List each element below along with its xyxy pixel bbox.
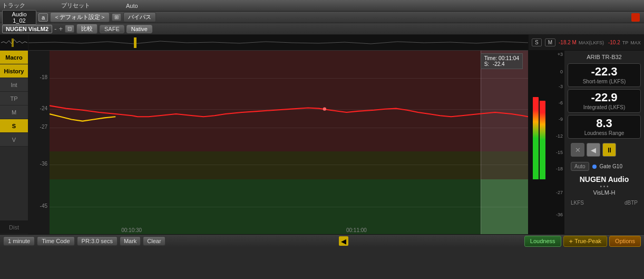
auto-label: Auto	[126, 3, 138, 9]
tp-suffix: MAX	[630, 40, 641, 45]
s-btn[interactable]: S	[0, 119, 28, 133]
clear-btn[interactable]: Clear	[143, 236, 165, 246]
y-label-24: -24	[40, 105, 47, 111]
vu-bar-left	[533, 97, 539, 179]
meter-main: +3 0 -3 -6 -9 -12 -15 -18 -27 -36 ARIB T…	[529, 51, 644, 234]
graph-area[interactable]: -18 -24 -27 -36 -45 Time: 00:11:04 S: -2…	[28, 35, 528, 234]
dist-btn[interactable]: Dist	[0, 220, 28, 234]
options-btn[interactable]: Options	[609, 236, 641, 247]
track-row-1: Audio 1_02 a ＜デフォルト設定＞ ⊞ バイパス	[0, 12, 644, 23]
red-indicator	[631, 13, 640, 22]
macro-btn[interactable]: Macro	[0, 51, 28, 64]
left-sidebar: Macro History Int TP M S V Dist	[0, 35, 28, 234]
arrow-btn[interactable]: ◀	[339, 236, 348, 246]
meter-footer-labels: LKFS dBTP	[568, 199, 641, 207]
short-term-box: -22.3 Short-term (LKFS)	[568, 63, 641, 87]
bottom-right-btns: Loudness + True-Peak Options	[524, 236, 641, 247]
loudness-btn[interactable]: Loudness	[524, 236, 561, 247]
waveform-top-strip	[28, 35, 528, 51]
mark-btn[interactable]: Mark	[120, 236, 141, 246]
svg-point-3	[323, 108, 326, 111]
history-btn[interactable]: History	[0, 64, 28, 78]
tooltip-val: -22.4	[493, 61, 505, 67]
integrated-label: Integrated (LKFS)	[570, 104, 638, 110]
x-axis: 00:10:30 00:11:00	[50, 226, 528, 234]
s-meter-btn[interactable]: S	[532, 39, 542, 46]
short-term-value: -22.3	[570, 66, 638, 78]
lkfs-label: LKFS	[571, 200, 584, 206]
graph-canvas[interactable]: -18 -24 -27 -36 -45 Time: 00:11:04 S: -2…	[28, 51, 528, 234]
copy-icon-btn[interactable]: ⊞	[112, 13, 121, 21]
right-panel: S M -18.2 M MAX(LKFS) -10.2 TP MAX	[528, 35, 644, 234]
int-btn[interactable]: Int	[0, 78, 28, 92]
minus-btn[interactable]: -	[54, 25, 56, 33]
tooltip-s-row: S: -22.4	[484, 61, 519, 67]
compare-btn[interactable]: 比較	[76, 24, 97, 34]
readout-panel: ARIB TR-B32 -22.3 Short-term (LKFS) -22.…	[564, 51, 644, 234]
copy-small-btn[interactable]: ⊡	[65, 25, 74, 33]
safe-btn[interactable]: SAFE	[100, 25, 124, 33]
scale-m9: -9	[559, 117, 563, 122]
right-scale: +3 0 -3 -6 -9 -12 -15 -18 -27 -36	[550, 51, 564, 234]
loudness-range-label: Loudness Range	[570, 130, 638, 136]
time-code-btn[interactable]: Time Code	[37, 236, 74, 246]
track-label: トラック	[2, 2, 25, 9]
scale-m27: -27	[556, 190, 563, 195]
x-label-1030: 00:10:30	[121, 227, 142, 233]
integrated-value: -22.9	[570, 92, 638, 103]
bottom-bar: 1 minute Time Code PR:3.0 secs Mark Clea…	[0, 234, 644, 247]
nugen-dots: • • •	[568, 184, 641, 189]
preset-label: プリセット	[61, 2, 90, 9]
scale-m36: -36	[556, 212, 563, 217]
preset-name: ARIB TR-B32	[568, 53, 641, 61]
stop-btn[interactable]: ✕	[571, 143, 584, 157]
nugen-plugin-label: NUGEN VisLM2	[2, 25, 52, 33]
pause-btn[interactable]: ⏸	[602, 143, 616, 157]
native-btn[interactable]: Native	[126, 25, 152, 33]
meter-values: -18.2 M MAX(LKFS) -10.2 TP MAX	[559, 40, 641, 45]
auto-gate-row: Auto Gate G10	[568, 161, 641, 172]
y-label-36: -36	[40, 161, 47, 167]
scale-m12: -12	[556, 133, 563, 139]
tp-btn[interactable]: TP	[0, 92, 28, 105]
nugen-subtitle: VisLM-H	[568, 189, 641, 196]
y-label-27: -27	[40, 124, 47, 130]
vu-bar-right	[540, 101, 545, 179]
pr-secs-btn[interactable]: PR:3.0 secs	[77, 236, 118, 246]
loudness-range-value: 8.3	[570, 118, 638, 129]
m-max-val: -18.2 M	[559, 40, 577, 45]
graph-svg	[50, 51, 528, 226]
true-peak-btn[interactable]: + True-Peak	[563, 236, 608, 247]
svg-rect-0	[12, 39, 14, 47]
one-minute-btn[interactable]: 1 minute	[3, 236, 35, 246]
m-meter-btn[interactable]: M	[545, 39, 555, 46]
auto-btn[interactable]: Auto	[571, 162, 589, 171]
integrated-box: -22.9 Integrated (LKFS)	[568, 89, 641, 113]
nugen-branding: NUGEN Audio • • • VisLM-H	[568, 174, 641, 197]
scale-m6: -6	[559, 100, 563, 105]
nugen-title: NUGEN Audio	[568, 175, 641, 184]
tp-plus-icon: +	[569, 237, 573, 245]
svg-rect-1	[28, 35, 528, 51]
back-btn[interactable]: ◀	[587, 143, 600, 157]
track-name-input[interactable]: Audio 1_02	[2, 10, 36, 25]
loudness-range-box: 8.3 Loudness Range	[568, 115, 641, 139]
scale-p3: +3	[558, 52, 563, 57]
tp-val: -10.2	[608, 40, 620, 45]
bypass-btn[interactable]: バイパス	[123, 12, 156, 22]
y-axis: -18 -24 -27 -36 -45	[28, 51, 50, 234]
scale-0: 0	[560, 69, 563, 74]
gate-label: Gate G10	[600, 163, 622, 169]
scale-m3: -3	[559, 84, 563, 89]
preset-default-btn[interactable]: ＜デフォルト設定＞	[50, 12, 110, 22]
vu-meter-area	[529, 51, 550, 234]
track-tag: a	[38, 13, 48, 22]
dbtp-label: dBTP	[625, 200, 638, 206]
v-btn[interactable]: V	[0, 133, 28, 147]
m-btn[interactable]: M	[0, 105, 28, 119]
y-label-45: -45	[40, 203, 47, 209]
vu-bars	[530, 53, 548, 179]
plus-btn[interactable]: +	[58, 25, 63, 33]
main-area: Macro History Int TP M S V Dist	[0, 35, 644, 234]
svg-rect-2	[134, 37, 136, 48]
